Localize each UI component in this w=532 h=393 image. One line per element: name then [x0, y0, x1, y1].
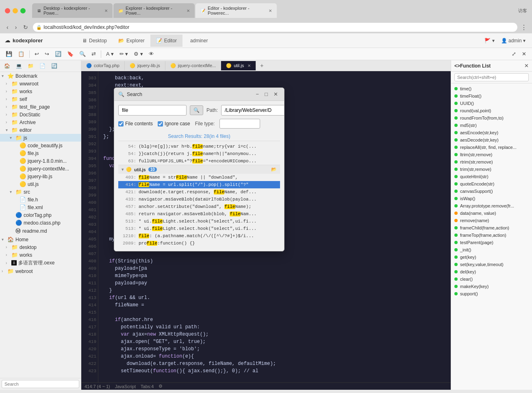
file-contents-option[interactable]: File contents: [118, 121, 153, 127]
tree-item-medoo[interactable]: 🔵medoo.class.php: [0, 219, 81, 227]
sidebar-folder-btn[interactable]: 📁: [25, 62, 36, 70]
function-item-testParent_page_[interactable]: testParent(page): [451, 239, 532, 246]
ignore-case-option[interactable]: Ignore case: [158, 121, 190, 127]
dialog-minimize[interactable]: −: [254, 90, 261, 98]
browser-tab-tab2[interactable]: 📁Explorer - kodexplorer - Powe...✕: [113, 3, 195, 18]
search-execute-button[interactable]: 🔍: [190, 105, 203, 115]
function-item-timeFloat__[interactable]: timeFloat(): [451, 92, 532, 100]
view-button[interactable]: 👁: [146, 50, 156, 58]
function-item-Array_prototype_remove_fr___[interactable]: Array.prototype.remove(fr...: [451, 202, 532, 210]
function-item-support__[interactable]: support(): [451, 290, 532, 297]
tree-item-multilang[interactable]: ›🅰多语言管理.oexe: [0, 259, 81, 267]
search-result-item[interactable]: 457:anchor.setAttribute("download", file…: [118, 203, 280, 210]
filetype-input[interactable]: [219, 119, 260, 129]
flag-button[interactable]: 🚩 ▾: [483, 36, 496, 45]
tree-item-code_beautify[interactable]: 🟡code_beautify.js: [0, 142, 81, 149]
add-tab-button[interactable]: +: [256, 60, 267, 71]
function-item-_init__[interactable]: _init(): [451, 246, 532, 253]
minimize-button[interactable]: [13, 8, 18, 13]
tree-item-DocStatic[interactable]: ›📁DocStatic: [0, 111, 81, 118]
search-result-item[interactable]: 513:* ui.fileLight.select.hook("select",…: [118, 218, 280, 225]
search-result-item[interactable]: 63:fullURL=PDFJS_URL+"?file="+encodeURIC…: [118, 157, 280, 165]
tree-item-file_xml[interactable]: 📄file.xml: [0, 203, 81, 211]
url-bar[interactable]: 🔒 localhost/kod/kod_dev/index.php?editor: [33, 23, 517, 32]
browser-tab-tab1[interactable]: 🖥Desktop - kodexplorer - Powe...✕: [32, 3, 113, 18]
function-item-trim_str_remove_[interactable]: trim(str,remove): [451, 166, 532, 173]
function-item-isWap__[interactable]: isWap(): [451, 195, 532, 202]
tree-item-works_h[interactable]: ›📁works: [0, 251, 81, 259]
nav-item-desktop[interactable]: 🖥Desktop: [76, 35, 113, 47]
function-item-roundFromTo_from_to_[interactable]: roundFromTo(from,to): [451, 114, 532, 122]
dialog-maximize[interactable]: □: [263, 90, 270, 98]
tree-item-desktop_h[interactable]: ›📁desktop: [0, 243, 81, 251]
tree-item-jquery_lib[interactable]: 🟡jquery-lib.js: [0, 172, 81, 180]
forward-button[interactable]: ›: [13, 23, 19, 31]
tree-item-wwwroot[interactable]: ›📁wwwroot: [0, 80, 81, 87]
tree-item-file_js[interactable]: 🟡file.js: [0, 149, 81, 157]
sidebar-search-input[interactable]: [2, 380, 79, 388]
search-button[interactable]: 🔍: [77, 50, 88, 58]
function-item-ltrim_str_remove_[interactable]: ltrim(str,remove): [451, 151, 532, 158]
search-result-item[interactable]: 403:fileName = strFileName || "download"…: [118, 174, 280, 181]
refresh-button[interactable]: 🔄: [52, 50, 64, 58]
undo-button[interactable]: ↩: [32, 50, 41, 58]
tree-item-editor[interactable]: ▾📁editor: [0, 126, 81, 134]
tree-item-util_js[interactable]: 🟡util.js: [0, 180, 81, 188]
tree-item-works[interactable]: ›📁works: [0, 87, 81, 95]
font-button[interactable]: A ▾: [104, 50, 116, 58]
copy-button[interactable]: 📋: [15, 50, 27, 58]
function-item-remove_name_[interactable]: remove(name): [451, 217, 532, 224]
back-button[interactable]: ‹: [5, 23, 10, 31]
tree-item-jquery180[interactable]: 🟡jquery-1.8.0.min...: [0, 157, 81, 165]
settings-icon[interactable]: ⚙: [159, 384, 163, 389]
tree-item-test_file_page[interactable]: ›📁test_file_page: [0, 103, 81, 111]
function-item-md5_str_[interactable]: md5(str): [451, 122, 532, 129]
nav-item-adminer[interactable]: adminer: [182, 35, 213, 47]
tree-item-colorTag[interactable]: 🔵colorTag.php: [0, 211, 81, 219]
search-result-item[interactable]: 485:return navigator.msSaveBlob(blob, fi…: [118, 210, 280, 218]
function-item-quoteHtml_str_[interactable]: quoteHtml(str): [451, 173, 532, 180]
tree-item-webroot[interactable]: ›📁webroot: [0, 267, 81, 275]
tree-item-file_h[interactable]: 📄file.h: [0, 196, 81, 203]
function-item-clear__[interactable]: clear(): [451, 275, 532, 283]
editor-tab-util_js[interactable]: 🟡util.js✕: [221, 61, 256, 70]
search-result-item[interactable]: 421:download(e.target.response, fileName…: [118, 188, 280, 196]
maximize-button[interactable]: [20, 8, 26, 13]
sidebar-file-btn[interactable]: 📄: [37, 62, 48, 70]
tree-item-bookmark[interactable]: ▾⭐Bookmark: [0, 72, 81, 80]
function-item-del_key_[interactable]: del(key): [451, 268, 532, 275]
tree-item-src[interactable]: ▾📁src: [0, 188, 81, 196]
function-item-get_key_[interactable]: get(key): [451, 253, 532, 261]
function-item-frameChild_frame_action_[interactable]: frameChild(frame,action): [451, 224, 532, 231]
editor-tab-colorTag[interactable]: 🔵colorTag.php: [81, 61, 125, 70]
search-query-input[interactable]: [118, 105, 187, 116]
function-item-makeKey_key_[interactable]: makeKey(key): [451, 283, 532, 290]
search-result-item[interactable]: 433:navigator.msSaveBlob(dataUrlToBlob(p…: [118, 196, 280, 203]
swap-button[interactable]: ⇄: [89, 50, 98, 58]
expand-button[interactable]: ⤢: [509, 50, 519, 58]
nav-item-explorer[interactable]: 📂Explorer: [113, 35, 150, 47]
bookmark-button[interactable]: 🔖: [65, 50, 76, 58]
function-item-replaceAll_str__find__replace___[interactable]: replaceAll(str, find, replace...: [451, 144, 532, 151]
function-item-set_key_value_timeout_[interactable]: set(key,value,timeout): [451, 261, 532, 268]
edit-button[interactable]: ✏ ▾: [117, 50, 131, 58]
function-item-aesEncode_str_key_[interactable]: aesEncode(str,key): [451, 129, 532, 136]
function-item-canvasSupport__[interactable]: canvasSupport(): [451, 188, 532, 195]
search-result-item[interactable]: 1210:file: (a.pathname.match(/\/([^\/?#]…: [118, 232, 280, 240]
function-item-UUID__[interactable]: UUID(): [451, 100, 532, 107]
ignore-case-checkbox[interactable]: [158, 121, 163, 127]
tab-close-tab3[interactable]: ✕: [269, 9, 272, 13]
browser-tab-tab3[interactable]: 📝Editor - kodexplorer - Powerec...✕: [195, 3, 277, 18]
tree-item-js[interactable]: ▾📁js: [0, 134, 81, 142]
function-item-data_name__value_[interactable]: data(name, value): [451, 210, 532, 217]
tree-item-Archive[interactable]: ›📁Archive: [0, 118, 81, 126]
editor-tab-jquery_context[interactable]: 🟡jquery-contextMe...: [165, 61, 221, 70]
dialog-close[interactable]: ✕: [271, 90, 280, 98]
redo-button[interactable]: ↪: [42, 50, 52, 58]
function-item-frameTop_frame_action_[interactable]: frameTop(frame,action): [451, 231, 532, 239]
tree-item-jquery_context[interactable]: 🟡jquery-contextMe...: [0, 165, 81, 172]
close-editor-button[interactable]: ✕: [519, 50, 529, 58]
nav-item-editor[interactable]: 📝Editor: [150, 35, 182, 47]
function-item-time__[interactable]: time(): [451, 85, 532, 92]
settings-button[interactable]: ⚙ ▾: [131, 50, 145, 58]
